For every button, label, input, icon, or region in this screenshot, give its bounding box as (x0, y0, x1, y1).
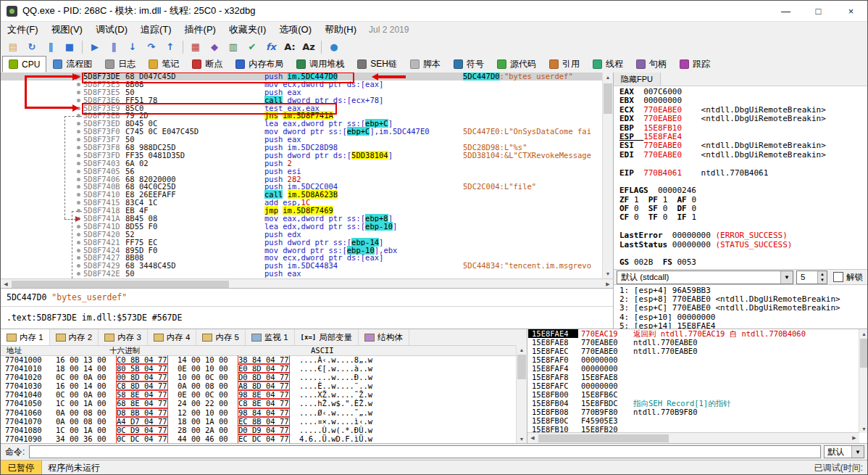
close-button[interactable]: × (835, 1, 867, 21)
memory-map-tool-button[interactable]: ▥ (225, 39, 242, 55)
tab-log[interactable]: 日志 (99, 56, 142, 73)
command-input[interactable] (29, 445, 821, 458)
breakpoint-dot[interactable] (77, 154, 80, 157)
dump-row[interactable]: 770410700A 00 08 00A4 D7 04 7718 00 1A 0… (1, 417, 517, 426)
stack-row[interactable]: 15E8FAFC00000000 (528, 381, 859, 390)
register-line[interactable]: CF 0 TF 0 IF 1 (614, 213, 868, 222)
tab-symbols[interactable]: 符号 (447, 56, 491, 73)
scroll-down-button[interactable]: ▼ (603, 269, 613, 278)
tab-memory-map[interactable]: 内存布局 (229, 56, 290, 73)
tab-notes[interactable]: 笔记 (142, 56, 185, 73)
patches-button[interactable]: ▦ (187, 39, 204, 55)
scroll-right-button[interactable]: ▶ (849, 433, 859, 443)
step-over-button[interactable]: ↷ (143, 39, 160, 55)
scroll-up-button[interactable]: ▲ (517, 345, 527, 354)
open-file-button[interactable]: ▤ (4, 39, 22, 55)
tab-seh-chain[interactable]: SEH链 (351, 56, 404, 73)
menu-item[interactable]: 帮助(H) (318, 21, 363, 38)
register-line[interactable]: LastStatus 00000000 (STATUS_SUCCESS) (614, 241, 868, 249)
dump-row[interactable]: 770410600A 00 08 00D8 8B 04 7712 00 10 0… (1, 408, 517, 417)
tab-watch-1[interactable]: 监视 1 (246, 329, 295, 345)
stack-row[interactable]: 15E8FB0415E8FBDC指向SEH_Record[1]的指针 (528, 399, 859, 408)
tab-source[interactable]: 源代码 (491, 56, 543, 73)
breakpoint-dot[interactable] (77, 122, 80, 125)
step-into-button[interactable]: ↓ (124, 39, 141, 55)
tab-trace[interactable]: 跟踪 (673, 56, 717, 73)
register-line[interactable]: EDI 770EABE0 <ntdll.DbgUiRemoteBreakin> (614, 151, 868, 160)
log-bubble-button[interactable]: ● (325, 39, 343, 55)
breakpoint-dot[interactable] (77, 249, 80, 252)
stack-row[interactable]: 15E8FAF400000000 (528, 364, 859, 373)
disasm-row[interactable]: 5D8F742E50push eax (1, 270, 603, 278)
breakpoint-dot[interactable] (77, 264, 80, 268)
dump-row[interactable]: 7704100016 00 13 00C0 8B 04 7714 00 10 0… (1, 355, 517, 364)
scroll-left-button[interactable]: ◀ (527, 433, 538, 443)
dump-row[interactable]: 7704103016 00 14 00C8 8D 04 770A 00 08 0… (1, 381, 517, 390)
tab-memory-1[interactable]: 内存 1 (1, 329, 50, 345)
menu-item[interactable]: 追踪(T) (134, 21, 178, 38)
breakpoint-dot[interactable] (77, 170, 80, 173)
breakpoint-dot[interactable] (77, 225, 80, 228)
command-script-select[interactable]: 默认 ▼ (824, 445, 864, 458)
step-out-button[interactable]: ↑ (162, 39, 179, 55)
register-line[interactable]: EIP 770B4061 ntdll.770B4061 (614, 169, 868, 178)
breakpoint-dot[interactable] (77, 217, 80, 220)
maximize-button[interactable]: □ (802, 1, 835, 21)
menu-item[interactable]: 选项(O) (272, 21, 318, 38)
stack-row[interactable]: 15E8FB0CF45905E3 (528, 416, 859, 425)
argument-line[interactable]: 3: [esp+C] 770EABE0 <ntdll.DbgUiRemoteBr… (614, 304, 868, 313)
scroll-up-button[interactable]: ▲ (859, 329, 868, 338)
breakpoint-dot[interactable] (77, 209, 80, 212)
stack-row[interactable]: 15E8FAF000000000 (528, 355, 859, 364)
scroll-thumb[interactable] (860, 339, 868, 368)
register-line[interactable]: GS 002B FS 0053 (614, 258, 868, 267)
breakpoint-dot[interactable] (77, 83, 80, 86)
chevron-down-icon[interactable]: ▼ (851, 446, 864, 458)
breakpoint-dot[interactable] (77, 91, 80, 94)
argument-line[interactable]: 4: [esp+10] 00000000 (614, 313, 868, 322)
breakpoint-dot[interactable] (77, 107, 80, 110)
dump-row[interactable]: 770410400C 00 0A 0058 8E 04 770E 00 0C 0… (1, 390, 517, 399)
dump-row[interactable]: 7704101018 00 14 0080 5B 04 770E 00 10 0… (1, 364, 517, 373)
dump-row[interactable]: 770410200C 00 0A 0000 8D 04 7710 00 0C 0… (1, 373, 517, 381)
compare-button[interactable]: ◆ (206, 39, 223, 55)
seh-check-button[interactable]: ✔ (243, 39, 261, 55)
breakpoint-dot[interactable] (77, 99, 80, 102)
breakpoint-dot[interactable] (77, 162, 80, 165)
dump-row[interactable]: 770410801C 00 1A 000C D9 04 7728 00 2A 0… (1, 426, 517, 434)
tab-memory-5[interactable]: 内存 5 (196, 329, 246, 345)
run-button[interactable]: ▶ (86, 39, 104, 55)
stack-row[interactable]: 15E8FAF815E8FAE8 (528, 373, 859, 381)
breakpoint-dot[interactable] (77, 138, 80, 141)
menu-item[interactable]: 收藏夹(I) (222, 21, 272, 38)
stack-row[interactable]: 15E8FAE8770EABE0ntdll.770EABE0 (528, 338, 859, 347)
breakpoint-dot[interactable] (77, 185, 80, 189)
analyze-az-button[interactable]: Az (300, 39, 317, 55)
dump-row[interactable]: 770410501C 00 1A 0068 8E 04 7724 00 22 0… (1, 399, 517, 408)
tab-call-stack[interactable]: 调用堆栈 (290, 56, 351, 73)
restart-button[interactable]: ↻ (23, 39, 41, 55)
tab-graph[interactable]: 流程图 (46, 56, 99, 73)
breakpoint-dot[interactable] (77, 146, 80, 149)
tab-memory-2[interactable]: 内存 2 (50, 329, 99, 345)
menu-item[interactable]: 文件(F) (1, 21, 45, 38)
stop-button[interactable]: ■ (61, 39, 78, 55)
menu-item[interactable]: 插件(P) (178, 21, 222, 38)
stack-row[interactable]: 15E8FAE4770EAC19返回到 ntdll.770EAC19 自 ntd… (528, 329, 859, 338)
tab-breakpoints[interactable]: 断点 (185, 56, 229, 73)
stack-row[interactable]: 15E8FB0015E8FB6C (528, 390, 859, 399)
tab-memory-3[interactable]: 内存 3 (99, 329, 148, 345)
breakpoint-dot[interactable] (77, 233, 80, 236)
minimize-button[interactable]: — (769, 1, 802, 21)
menu-item[interactable]: 视图(V) (45, 21, 89, 38)
unlock-checkbox[interactable] (833, 272, 843, 282)
tab-handles[interactable]: 句柄 (630, 56, 673, 73)
pause-debuggee-button[interactable]: ∥ (105, 39, 122, 55)
pause-button[interactable]: ∥ (42, 39, 59, 55)
breakpoint-dot[interactable] (77, 201, 80, 205)
breakpoint-dot[interactable] (77, 256, 80, 260)
disasm-row[interactable]: 5D8F740556push esi (1, 168, 603, 175)
breakpoint-dot[interactable] (77, 75, 80, 78)
scroll-down-button[interactable]: ▼ (517, 434, 527, 443)
hide-fpu-button[interactable]: 隐藏FPU (614, 73, 661, 86)
